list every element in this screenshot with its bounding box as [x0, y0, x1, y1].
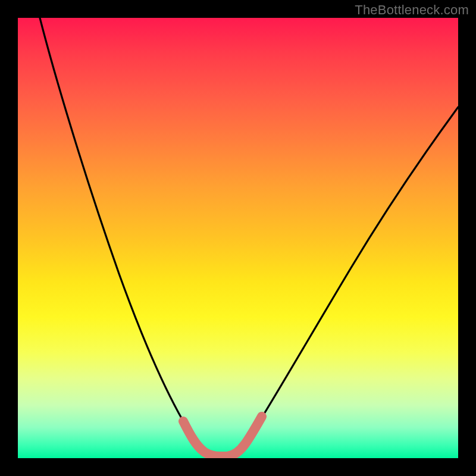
- curve-layer: [18, 18, 458, 458]
- bottleneck-curve: [40, 18, 458, 454]
- chart-frame: TheBottleneck.com: [0, 0, 476, 476]
- plot-area: [18, 18, 458, 458]
- trough-highlight: [183, 416, 262, 456]
- watermark-text: TheBottleneck.com: [355, 2, 469, 18]
